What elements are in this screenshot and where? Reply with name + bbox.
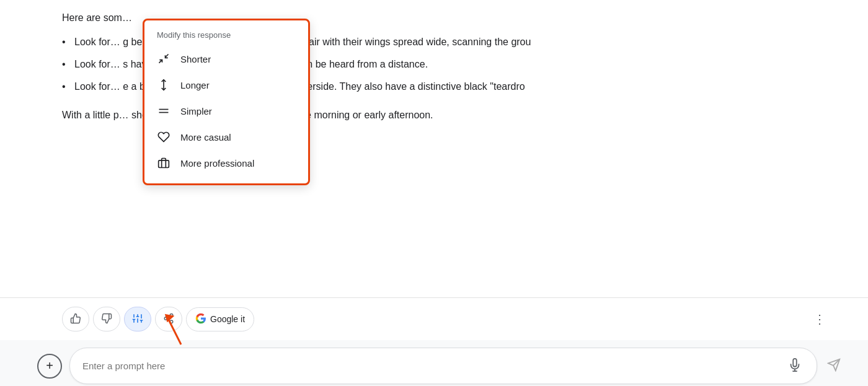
tune-icon bbox=[132, 313, 143, 326]
popup-item-shorter-label: Shorter bbox=[180, 54, 211, 64]
modify-popup: Modify this response Shorter bbox=[143, 19, 310, 185]
add-icon: + bbox=[46, 359, 53, 373]
google-g-icon bbox=[195, 313, 206, 326]
casual-icon bbox=[157, 130, 170, 144]
popup-title: Modify this response bbox=[144, 28, 308, 46]
toolbar: Google it ⋮ bbox=[0, 297, 868, 340]
thumbs-down-icon bbox=[101, 313, 112, 326]
popup-item-simpler-label: Simpler bbox=[180, 106, 212, 116]
google-it-label: Google it bbox=[210, 314, 245, 324]
add-button[interactable]: + bbox=[37, 354, 62, 379]
popup-item-simpler[interactable]: Simpler bbox=[144, 98, 308, 124]
send-icon bbox=[827, 358, 841, 374]
simplify-icon bbox=[157, 104, 170, 118]
send-button[interactable] bbox=[825, 356, 843, 376]
google-it-button[interactable]: Google it bbox=[186, 307, 254, 331]
arrow-indicator bbox=[162, 314, 187, 350]
thumbs-up-icon bbox=[70, 313, 81, 326]
prompt-input-wrapper bbox=[69, 348, 817, 384]
modify-button[interactable] bbox=[124, 307, 151, 331]
input-area: + bbox=[0, 340, 868, 386]
main-content: Here are som… Look for… g behavior. Kest… bbox=[0, 0, 868, 297]
popup-item-longer-label: Longer bbox=[180, 80, 210, 90]
popup-item-more-casual[interactable]: More casual bbox=[144, 124, 308, 150]
popup-item-more-casual-label: More casual bbox=[180, 132, 231, 143]
thumbs-up-button[interactable] bbox=[62, 307, 89, 331]
popup-item-more-professional[interactable]: More professional bbox=[144, 150, 308, 176]
prompt-input[interactable] bbox=[82, 361, 786, 371]
expand-icon bbox=[157, 78, 170, 92]
more-vert-icon: ⋮ bbox=[813, 312, 826, 326]
thumbs-down-button[interactable] bbox=[93, 307, 120, 331]
popup-item-longer[interactable]: Longer bbox=[144, 72, 308, 98]
svg-rect-5 bbox=[159, 160, 169, 168]
mic-icon bbox=[788, 358, 802, 374]
svg-line-6 bbox=[169, 320, 181, 344]
more-options-button[interactable]: ⋮ bbox=[808, 307, 831, 331]
compress-icon bbox=[157, 52, 170, 66]
popup-item-shorter[interactable]: Shorter bbox=[144, 46, 308, 72]
briefcase-icon bbox=[157, 156, 170, 170]
popup-item-more-professional-label: More professional bbox=[180, 158, 254, 169]
svg-marker-7 bbox=[162, 314, 174, 324]
mic-button[interactable] bbox=[786, 356, 804, 376]
